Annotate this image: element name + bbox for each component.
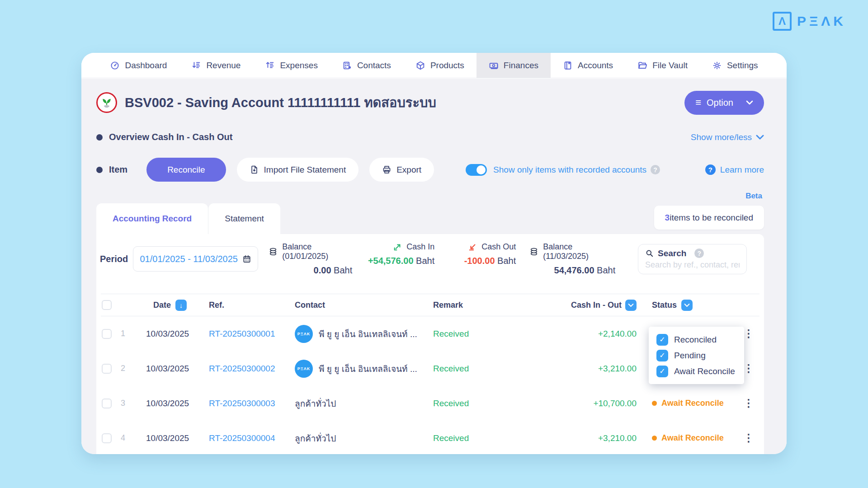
chevron-down-icon [746,100,753,105]
app-window: Dashboard Revenue Expenses Contacts Prod… [81,53,787,454]
nav-item-file-vault[interactable]: File Vault [625,53,700,78]
row-ref-link[interactable]: RT-20250300004 [209,433,295,443]
nav-item-label: Dashboard [125,61,167,70]
cash-in-icon [393,243,402,252]
row-ref-link[interactable]: RT-20250300002 [209,364,295,374]
row-contact: ลูกค้าทั่วไป [295,432,336,445]
help-icon[interactable]: ? [694,249,704,258]
row-remark: Received [430,364,560,374]
date-sort-button[interactable]: ↓ [175,300,187,311]
nav-item-products[interactable]: Products [403,53,476,78]
items-to-reconcile-banner: 3 items to be reconciled [654,206,764,230]
row-checkbox[interactable] [102,399,112,408]
cash-column-header: Cash In - Out [571,300,622,310]
summary-label: Balance (01/01/2025) [282,242,352,261]
row-ref-link[interactable]: RT-20250300001 [209,329,295,339]
tab-bar: Beta Accounting Record Statement 3 items… [96,203,764,234]
contact-avatar: PΞΛK [295,325,313,343]
status-filter-option[interactable]: ✓ Reconciled [649,332,744,347]
show-recorded-accounts-toggle[interactable] [466,164,487,176]
peak-logo-icon: Λ [773,12,792,31]
status-filter-option-label: Await Reconcile [674,366,735,376]
coins-icon [269,247,278,256]
nav-item-expenses[interactable]: Expenses [253,53,330,78]
nav-item-contacts[interactable]: Contacts [330,53,403,78]
nav-item-dashboard[interactable]: Dashboard [98,53,179,78]
row-amount: +3,210.00 [560,433,637,443]
status-filter-option[interactable]: ✓ Pending [649,347,744,363]
status-dot-icon [652,401,657,406]
status-column-header: Status [652,300,677,310]
coins-icon [529,247,538,256]
page-title: BSV002 - Saving Account 11111111111 ทดสอ… [125,92,436,113]
learn-more-link[interactable]: ? Learn more [705,164,764,175]
status-filter-dropdown: ✓ Reconciled ✓ Pending ✓ Await Reconcile [649,327,744,384]
cash-filter-button[interactable] [625,300,637,311]
nav-item-label: Contacts [357,61,391,70]
summary-block: Cash Out -100.00 Baht [462,242,516,276]
select-all-checkbox[interactable] [102,300,112,310]
row-index: 1 [121,329,139,338]
status-filter-button[interactable] [681,300,693,311]
toggle-label: Show only items with recorded accounts [493,165,646,175]
nav-item-settings[interactable]: Settings [700,53,770,78]
import-file-statement-button[interactable]: Import File Statement [237,158,359,182]
section-bullet-icon [96,134,103,141]
nav-item-label: Accounts [578,61,613,70]
period-label: Period [100,254,128,264]
balance-summary: Balance (01/01/2025) 0.00 Baht Cash In +… [269,242,615,276]
row-contact: ลูกค้าทั่วไป [295,397,336,410]
status-filter-option[interactable]: ✓ Await Reconcile [649,363,744,379]
table-row: 4 10/03/2025 RT-20250300004 ลูกค้าทั่วไป… [101,421,760,454]
export-button[interactable]: Export [369,158,434,182]
file-vault-icon [637,61,647,70]
reconcile-button-label: Reconcile [167,165,205,175]
nav-item-accounts[interactable]: Accounts [551,53,625,78]
show-more-less-link[interactable]: Show more/less [691,132,764,142]
finances-icon [489,61,499,70]
row-ref-link[interactable]: RT-20250300003 [209,399,295,408]
overview-title: Overview Cash In - Cash Out [109,132,232,142]
nav-item-label: Revenue [206,61,241,70]
tab-accounting-record[interactable]: Accounting Record [96,203,208,234]
period-range-value: 01/01/2025 - 11/03/2025 [140,254,238,264]
search-input[interactable] [645,260,740,270]
overview-section-header: Overview Cash In - Cash Out Show more/le… [96,132,764,142]
row-index: 3 [121,399,139,408]
period-summary-bar: Period 01/01/2025 - 11/03/2025 Balance (… [96,234,764,274]
row-checkbox[interactable] [102,433,112,443]
checkbox-checked-icon: ✓ [656,334,668,346]
ref-column-header: Ref. [209,300,295,310]
tab-statement[interactable]: Statement [208,203,280,234]
reconcile-count: 3 [665,213,670,223]
peak-logo-wordmark: PΞΛK [797,14,846,29]
row-menu-button[interactable]: ⋮ [740,396,758,410]
option-button[interactable]: ≡ Option [684,91,764,115]
reconcile-button[interactable]: Reconcile [146,158,226,182]
row-remark: Received [430,399,560,408]
row-remark: Received [430,329,560,339]
nav-item-finances[interactable]: Finances [476,53,551,78]
reconcile-count-label: items to be reconciled [670,213,753,223]
summary-label: Cash Out [481,242,516,252]
date-column-header: Date [153,300,171,310]
row-date: 10/03/2025 [139,364,209,374]
status-filter-option-label: Pending [674,351,706,361]
option-button-label: Option [707,98,733,108]
row-checkbox[interactable] [102,329,112,339]
expenses-icon [265,61,275,70]
remark-column-header: Remark [430,300,560,310]
row-date: 10/03/2025 [139,433,209,443]
row-checkbox[interactable] [102,364,112,374]
row-date: 10/03/2025 [139,399,209,408]
nav-item-label: Settings [727,61,758,70]
summary-value: -100.00 [464,256,495,266]
summary-label: Cash In [406,242,434,252]
help-icon[interactable]: ? [651,165,660,174]
import-file-statement-label: Import File Statement [264,165,346,175]
nav-item-revenue[interactable]: Revenue [179,53,253,78]
period-range-picker[interactable]: 01/01/2025 - 11/03/2025 [133,246,258,272]
calendar-icon [242,254,251,263]
search-box: Search ? [638,244,747,274]
row-menu-button[interactable]: ⋮ [740,431,758,445]
